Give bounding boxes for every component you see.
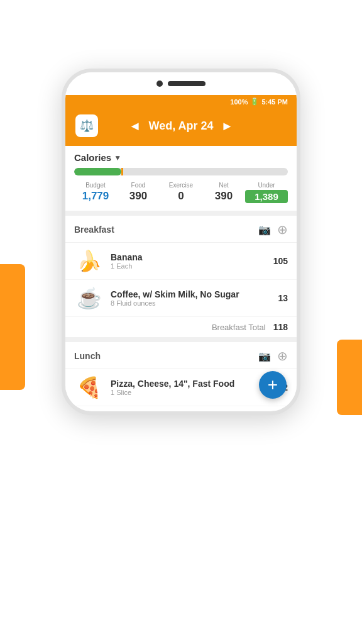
add-food-fab[interactable]: + — [259, 371, 287, 399]
status-bar: 100% 🔋 5:45 PM — [65, 95, 297, 108]
calories-label: Calories — [74, 152, 111, 163]
lunch-camera-button[interactable]: 📷 — [258, 350, 271, 362]
stat-exercise: Exercise 0 — [160, 182, 202, 203]
calories-section: Calories ▼ Budget 1,779 Food — [65, 146, 297, 211]
current-date: Wed, Apr 24 — [148, 119, 213, 133]
pizza-icon: 🍕 — [74, 375, 104, 399]
food-label: Food — [117, 182, 160, 189]
pizza-name: Pizza, Cheese, 14", Fast Food — [111, 379, 273, 389]
breakfast-header-icons: 📷 ⊕ — [258, 222, 288, 237]
breakfast-header: Breakfast 📷 ⊕ — [65, 216, 297, 243]
calories-progress-fill — [74, 168, 121, 175]
pizza-detail: 1 Slice — [111, 389, 273, 396]
breakfast-add-button[interactable]: ⊕ — [277, 222, 288, 237]
banana-calories: 105 — [273, 256, 288, 266]
exercise-value: 0 — [160, 190, 202, 203]
orange-decoration-right — [337, 340, 362, 415]
coffee-icon: ☕ — [74, 286, 104, 310]
calories-progress-marker — [121, 168, 123, 175]
breakfast-camera-button[interactable]: 📷 — [258, 224, 271, 236]
under-label: Under — [245, 182, 288, 189]
app-logo-icon: ⚖️ — [75, 114, 98, 137]
food-value: 390 — [117, 190, 160, 203]
breakfast-total-value: 118 — [273, 322, 288, 332]
phone-speaker — [168, 81, 206, 86]
net-value: 390 — [202, 190, 245, 203]
coffee-info: Coffee, w/ Skim Milk, No Sugar 8 Fluid o… — [104, 289, 278, 307]
date-navigation: ◄ Wed, Apr 24 ► — [129, 119, 234, 133]
lunch-add-button[interactable]: ⊕ — [277, 348, 288, 364]
banana-name: Banana — [111, 252, 273, 262]
lunch-section: Lunch 📷 ⊕ 🍕 Pizza, Cheese, 14", Fast Foo… — [65, 342, 297, 406]
banana-info: Banana 1 Each — [104, 252, 273, 270]
coffee-calories: 13 — [278, 293, 288, 303]
budget-value: 1,779 — [74, 190, 117, 203]
lunch-header: Lunch 📷 ⊕ — [65, 342, 297, 369]
app-content: Calories ▼ Budget 1,779 Food — [65, 146, 297, 406]
lunch-header-icons: 📷 ⊕ — [258, 348, 288, 364]
food-item-banana[interactable]: 🍌 Banana 1 Each 105 — [65, 243, 297, 280]
phone-device: 100% 🔋 5:45 PM ⚖️ ◄ Wed, Apr 24 ► — [62, 69, 300, 415]
phone-top-bar — [65, 72, 297, 95]
coffee-detail: 8 Fluid ounces — [111, 299, 278, 307]
stat-budget: Budget 1,779 — [74, 182, 117, 203]
stat-food: Food 390 — [117, 182, 160, 203]
stat-net: Net 390 — [202, 182, 245, 203]
breakfast-total-label: Breakfast Total — [212, 323, 266, 332]
calories-stats-row: Budget 1,779 Food 390 Exercise 0 Net — [74, 182, 288, 203]
budget-label: Budget — [74, 182, 117, 189]
scale-icon: ⚖️ — [80, 119, 94, 133]
app-header: ⚖️ ◄ Wed, Apr 24 ► — [65, 108, 297, 146]
status-time: 5:45 PM — [261, 98, 288, 106]
coffee-name: Coffee, w/ Skim Milk, No Sugar — [111, 289, 278, 299]
next-date-button[interactable]: ► — [221, 119, 234, 133]
food-item-coffee[interactable]: ☕ Coffee, w/ Skim Milk, No Sugar 8 Fluid… — [65, 280, 297, 317]
orange-decoration-left — [0, 264, 25, 390]
calories-dropdown-icon: ▼ — [114, 153, 121, 162]
prev-date-button[interactable]: ◄ — [129, 119, 141, 133]
battery-icon: 🔋 — [250, 97, 259, 106]
pizza-info: Pizza, Cheese, 14", Fast Food 1 Slice — [104, 379, 273, 396]
exercise-label: Exercise — [160, 182, 202, 189]
lunch-title: Lunch — [74, 351, 101, 361]
phone-screen: 100% 🔋 5:45 PM ⚖️ ◄ Wed, Apr 24 ► — [65, 95, 297, 406]
battery-text: 100% — [230, 98, 248, 106]
breakfast-title: Breakfast — [74, 225, 114, 235]
banana-detail: 1 Each — [111, 262, 273, 270]
banana-icon: 🍌 — [74, 249, 104, 273]
breakfast-section: Breakfast 📷 ⊕ 🍌 Banana 1 Each 10 — [65, 216, 297, 337]
net-label: Net — [202, 182, 245, 189]
under-value: 1,389 — [245, 190, 288, 203]
breakfast-total-row: Breakfast Total 118 — [65, 317, 297, 337]
phone-camera — [156, 80, 163, 87]
calories-header[interactable]: Calories ▼ — [74, 152, 288, 163]
calories-progress-bar — [74, 168, 288, 175]
stat-under: Under 1,389 — [245, 182, 288, 203]
